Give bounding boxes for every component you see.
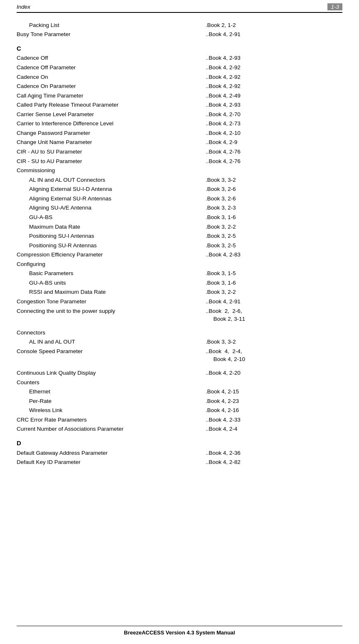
index-entry-row: AL IN and AL OUT Connectors.Book 3, 3-2	[17, 175, 342, 185]
entry-ref: ..Book 4, 2-76	[206, 147, 342, 157]
index-entry-row: Positioning SU-R Antennas.Book 3, 2-5	[17, 241, 342, 250]
entry-label: Cadence On	[17, 72, 206, 82]
entry-ref	[206, 378, 342, 387]
index-entry-row: Aligning External SU-R Antennas.Book 3, …	[17, 194, 342, 203]
entry-label: RSSI and Maximum Data Rate	[17, 288, 206, 297]
index-entry-row: Cadence On..Book 4, 2-92	[17, 72, 342, 82]
page-header-title: Index	[17, 4, 30, 10]
index-entry-row: Carrier to Interference Difference Level…	[17, 119, 342, 129]
page-number: 1-3	[327, 3, 342, 10]
entry-ref: ..Book 4, 2-92	[206, 63, 342, 72]
entry-ref: .Book 4, 2-16	[206, 406, 342, 415]
entry-label: Maximum Data Rate	[17, 222, 206, 232]
entry-ref: ..Book 4, 2-93	[206, 54, 342, 63]
entry-label: Connectors	[17, 328, 206, 337]
index-entry-row: Compression Efficiency Parameter..Book 4…	[17, 250, 342, 260]
entry-ref: .Book 3, 1-6	[206, 278, 342, 288]
blank-row	[17, 324, 342, 328]
entry-label: Configuring	[17, 259, 206, 269]
entry-ref: .Book 4, 2-23	[206, 396, 342, 406]
entry-ref: ..Book 4, 2-73	[206, 119, 342, 129]
index-entry-row: Default Gateway Address Parameter..Book …	[17, 448, 342, 458]
entry-label: AL IN and AL OUT	[17, 337, 206, 347]
entry-ref: ..Book 4, 2-92	[206, 82, 342, 91]
index-entry-row: RSSI and Maximum Data Rate.Book 3, 2-2	[17, 288, 342, 297]
index-entry-row: Wireless Link.Book 4, 2-16	[17, 406, 342, 415]
entry-ref: .Book 3, 3-2	[206, 175, 342, 185]
entry-label: Basic Parameters	[17, 269, 206, 278]
index-entry-row: Connecting the unit to the power supply.…	[17, 306, 342, 324]
entry-ref: ..Book 4, 2-93	[206, 100, 342, 110]
entry-ref: ..Book 4, 2-33	[206, 415, 342, 424]
index-entry-row: Call Aging Time Parameter..Book 4, 2-49	[17, 91, 342, 100]
entry-ref: .Book 3, 2-5	[206, 232, 342, 241]
entry-label: AL IN and AL OUT Connectors	[17, 175, 206, 185]
entry-label: Aligning SU-A/E Antenna	[17, 203, 206, 213]
index-entry-row: Per-Rate.Book 4, 2-23	[17, 396, 342, 406]
entry-label: Counters	[17, 378, 206, 387]
entry-label: CIR - AU to SU Parameter	[17, 147, 206, 157]
section-letter-row: C	[17, 43, 342, 54]
entry-ref: ..Book 4, 2-82	[206, 458, 342, 467]
index-entry-row: GU-A-BS units.Book 3, 1-6	[17, 278, 342, 288]
index-entry-row: CRC Error Rate Parameters..Book 4, 2-33	[17, 415, 342, 424]
entry-label: Congestion Tone Parameter	[17, 297, 206, 307]
index-entry-row: Change Unit Name Parameter..Book 4, 2-9	[17, 138, 342, 147]
index-entry-row: Busy Tone Parameter..Book 4, 2-91	[17, 30, 342, 39]
index-entry-row: Maximum Data Rate.Book 3, 2-2	[17, 222, 342, 232]
entry-ref: ..Book 4, 2-70	[206, 110, 342, 119]
entry-ref: ..Book 4, 2-76	[206, 156, 342, 166]
entry-ref: ..Book 2, 2-6, Book 2, 3-11	[206, 306, 342, 324]
blank-row	[17, 467, 342, 471]
entry-label: Console Speed Parameter	[17, 346, 206, 364]
section-letter: D	[17, 438, 342, 448]
index-entry-row: Continuous Link Quality Display..Book 4,…	[17, 368, 342, 378]
entry-label: Carrier Sense Level Parameter	[17, 110, 206, 119]
entry-label: Current Number of Associations Parameter	[17, 424, 206, 434]
entry-ref: ..Book 4, 2-4, Book 4, 2-10	[206, 346, 342, 364]
index-entry-row: Congestion Tone Parameter..Book 4, 2-91	[17, 297, 342, 307]
index-entry-row: Basic Parameters.Book 3, 1-5	[17, 269, 342, 278]
entry-label: Called Party Release Timeout Parameter	[17, 100, 206, 110]
entry-ref: .Book 3, 2-2	[206, 288, 342, 297]
entry-label: Carrier to Interference Difference Level	[17, 119, 206, 129]
index-entry-row: Positioning SU-I Antennas.Book 3, 2-5	[17, 232, 342, 241]
entry-label: Change Password Parameter	[17, 128, 206, 138]
page-header: Index 1-3	[17, 0, 342, 13]
entry-label: GU-A-BS units	[17, 278, 206, 288]
entry-ref: .Book 3, 1-5	[206, 269, 342, 278]
entry-ref: ..Book 4, 2-20	[206, 368, 342, 378]
entry-label: Packing List	[17, 20, 206, 30]
section-letter-row: D	[17, 438, 342, 448]
index-entry-row: Ethernet.Book 4, 2-15	[17, 387, 342, 397]
entry-label: Cadence Off	[17, 54, 206, 63]
index-entry-row: Counters	[17, 378, 342, 387]
index-entry-row: Default Key ID Parameter..Book 4, 2-82	[17, 458, 342, 467]
entry-ref	[206, 166, 342, 176]
entry-ref: ..Book 4, 2-83	[206, 250, 342, 260]
entry-ref	[206, 328, 342, 337]
entry-label: Aligning External SU-R Antennas	[17, 194, 206, 203]
entry-label: Commissioning	[17, 166, 206, 176]
index-entry-row: Cadence Off..Book 4, 2-93	[17, 54, 342, 63]
page-footer: BreezeACCESS Version 4.3 System Manual	[17, 626, 342, 636]
entry-label: Per-Rate	[17, 396, 206, 406]
entry-label: GU-A-BS	[17, 212, 206, 222]
entry-ref: ..Book 4, 2-9	[206, 138, 342, 147]
entry-ref: .Book 3, 2-6	[206, 194, 342, 203]
entry-label: Cadence Off Parameter	[17, 63, 206, 72]
section-letter: C	[17, 43, 342, 54]
index-entry-row: Connectors	[17, 328, 342, 337]
index-entry-row: Carrier Sense Level Parameter..Book 4, 2…	[17, 110, 342, 119]
index-table: Packing List.Book 2, 1-2Busy Tone Parame…	[17, 20, 342, 471]
entry-label: Cadence On Parameter	[17, 82, 206, 91]
entry-label: Positioning SU-I Antennas	[17, 232, 206, 241]
entry-ref: .Book 3, 2-5	[206, 241, 342, 250]
index-entry-row: Change Password Parameter..Book 4, 2-10	[17, 128, 342, 138]
index-entry-row: AL IN and AL OUT.Book 3, 3-2	[17, 337, 342, 347]
index-entry-row: Cadence On Parameter..Book 4, 2-92	[17, 82, 342, 91]
entry-label: Connecting the unit to the power supply	[17, 306, 206, 324]
index-entry-row: Commissioning	[17, 166, 342, 176]
index-entry-row: Aligning SU-A/E Antenna.Book 3, 2-3	[17, 203, 342, 213]
index-entry-row: Aligning External SU-I-D Antenna.Book 3,…	[17, 185, 342, 194]
